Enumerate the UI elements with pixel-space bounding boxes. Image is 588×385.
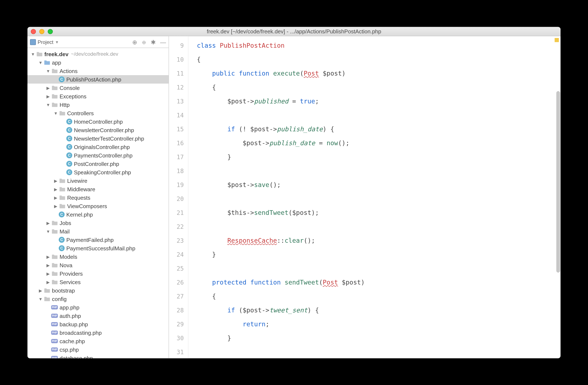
tree-folder[interactable]: ▶ViewComposers xyxy=(27,202,168,210)
tree-file[interactable]: CPaymentsController.php xyxy=(27,151,168,159)
line-number: 17 xyxy=(169,150,184,164)
tree-folder[interactable]: ▼Mail xyxy=(27,227,168,235)
tree-folder[interactable]: ▶Services xyxy=(27,278,168,286)
tree-file[interactable]: CNewsletterTestController.php xyxy=(27,134,168,142)
code-line[interactable]: class PublishPostAction xyxy=(197,39,561,53)
code-line[interactable] xyxy=(197,192,561,206)
code-editor[interactable]: 9101112131415161718192021222324252627282… xyxy=(169,36,561,358)
code-line[interactable]: } xyxy=(197,331,561,345)
code-area[interactable]: class PublishPostAction{ public function… xyxy=(189,36,561,358)
hide-icon[interactable]: — xyxy=(160,39,166,45)
tree-folder[interactable]: ▶bootstrap xyxy=(27,286,168,294)
chevron-right-icon[interactable]: ▶ xyxy=(45,280,51,284)
tree-file[interactable]: CPaymentSuccessfulMail.php xyxy=(27,244,168,252)
tree-folder[interactable]: ▶Middleware xyxy=(27,185,168,193)
tree-folder[interactable]: ▶Exceptions xyxy=(27,92,168,100)
tree-file[interactable]: COriginalsController.php xyxy=(27,142,168,151)
chevron-right-icon[interactable]: ▶ xyxy=(45,254,51,259)
code-line[interactable]: public function execute(Post $post) xyxy=(197,66,561,81)
maximize-icon[interactable] xyxy=(48,29,53,34)
inspection-indicator[interactable] xyxy=(555,38,559,42)
token-cls: PublishPostAction xyxy=(220,41,285,49)
tree-folder[interactable]: ▶Livewire xyxy=(27,176,168,185)
tree-file[interactable]: PHPauth.php xyxy=(27,311,168,320)
chevron-right-icon[interactable]: ▶ xyxy=(45,220,51,225)
minimize-icon[interactable] xyxy=(39,29,44,34)
code-line[interactable] xyxy=(197,220,561,234)
tree-file[interactable]: PHPcache.php xyxy=(27,337,168,345)
chevron-right-icon[interactable]: ▶ xyxy=(53,178,59,183)
chevron-down-icon[interactable]: ▼ xyxy=(30,52,36,56)
tree-file[interactable]: PHPapp.php xyxy=(27,303,168,311)
code-line[interactable] xyxy=(197,108,561,122)
chevron-down-icon[interactable]: ▼ xyxy=(53,111,59,115)
code-line[interactable]: { xyxy=(197,53,561,66)
tree-file[interactable]: CHomeController.php xyxy=(27,117,168,126)
tree-folder[interactable]: ▼config xyxy=(27,294,168,303)
chevron-down-icon[interactable]: ▼ xyxy=(45,68,51,73)
chevron-right-icon[interactable]: ▶ xyxy=(45,85,51,90)
tree-folder[interactable]: ▶Requests xyxy=(27,193,168,202)
code-line[interactable]: { xyxy=(197,289,561,303)
code-line[interactable] xyxy=(197,262,561,275)
code-line[interactable]: $post->publish_date = now(); xyxy=(197,136,561,150)
tree-file[interactable]: CKernel.php xyxy=(27,210,168,219)
chevron-right-icon[interactable]: ▶ xyxy=(53,195,59,200)
code-line[interactable]: } xyxy=(197,150,561,164)
tree-file[interactable]: CPublishPostAction.php xyxy=(27,75,168,83)
code-line[interactable]: if (! $post->publish_date) { xyxy=(197,122,561,136)
close-icon[interactable] xyxy=(31,29,36,34)
collapse-icon[interactable]: ≑ xyxy=(142,39,147,45)
tree-file[interactable]: CNewsletterController.php xyxy=(27,126,168,134)
tree-folder[interactable]: ▶Models xyxy=(27,252,168,261)
chevron-right-icon[interactable]: ▶ xyxy=(45,94,51,98)
scrollbar-thumb[interactable] xyxy=(556,91,560,272)
line-number: 11 xyxy=(169,66,184,81)
chevron-right-icon[interactable]: ▶ xyxy=(45,271,51,276)
gear-icon[interactable]: ✱ xyxy=(151,39,156,45)
code-line[interactable]: protected function sendTweet(Post $post) xyxy=(197,275,561,289)
chevron-down-icon[interactable]: ▼ xyxy=(45,229,51,233)
code-line[interactable]: $post->published = true; xyxy=(197,94,561,108)
code-line[interactable]: $this->sendTweet($post); xyxy=(197,206,561,220)
tree-file[interactable]: CPostController.php xyxy=(27,159,168,168)
code-line[interactable]: if ($post->tweet_sent) { xyxy=(197,303,561,317)
project-selector[interactable]: Project ▼ xyxy=(30,39,132,45)
tree-folder[interactable]: ▼app xyxy=(27,58,168,66)
token: (); xyxy=(304,237,315,244)
tree-file[interactable]: PHPbackup.php xyxy=(27,320,168,328)
titlebar[interactable]: freek.dev [~/dev/code/freek.dev] - .../a… xyxy=(27,27,561,36)
file-tree[interactable]: ▼freek.dev~/dev/code/freek.dev▼app▼Actio… xyxy=(27,48,168,358)
code-line[interactable] xyxy=(197,345,561,358)
tree-file[interactable]: CPaymentFailed.php xyxy=(27,235,168,244)
target-icon[interactable]: ⊕ xyxy=(132,39,137,45)
tree-folder[interactable]: ▶Console xyxy=(27,83,168,92)
class-icon: C xyxy=(66,144,72,150)
tree-folder[interactable]: ▶Nova xyxy=(27,261,168,269)
code-line[interactable]: { xyxy=(197,81,561,94)
folder-icon xyxy=(59,194,65,200)
chevron-right-icon[interactable]: ▶ xyxy=(38,288,43,293)
chevron-down-icon[interactable]: ▼ xyxy=(38,296,43,301)
tree-folder[interactable]: ▼Http xyxy=(27,100,168,109)
tree-folder[interactable]: ▼Actions xyxy=(27,66,168,75)
tree-folder[interactable]: ▶Providers xyxy=(27,269,168,278)
code-line[interactable]: return; xyxy=(197,317,561,331)
tree-file[interactable]: CSpeakingController.php xyxy=(27,168,168,176)
code-line[interactable]: $post->save(); xyxy=(197,178,561,192)
chevron-down-icon[interactable]: ▼ xyxy=(38,60,43,65)
code-line[interactable]: } xyxy=(197,248,561,262)
tree-file[interactable]: PHPbroadcasting.php xyxy=(27,328,168,337)
code-line[interactable]: ResponseCache::clear(); xyxy=(197,234,561,248)
chevron-right-icon[interactable]: ▶ xyxy=(45,263,51,267)
chevron-down-icon[interactable]: ▼ xyxy=(45,102,51,107)
chevron-right-icon[interactable]: ▶ xyxy=(53,187,59,191)
tree-folder[interactable]: ▼freek.dev~/dev/code/freek.dev xyxy=(27,50,168,58)
tree-folder[interactable]: ▶Jobs xyxy=(27,219,168,227)
tree-file[interactable]: PHPdatabase.php xyxy=(27,354,168,358)
chevron-right-icon[interactable]: ▶ xyxy=(53,203,59,208)
tree-file[interactable]: PHPcsp.php xyxy=(27,345,168,354)
tree-folder[interactable]: ▼Controllers xyxy=(27,109,168,117)
code-line[interactable] xyxy=(197,164,561,178)
tree-item-label: Services xyxy=(60,279,81,285)
